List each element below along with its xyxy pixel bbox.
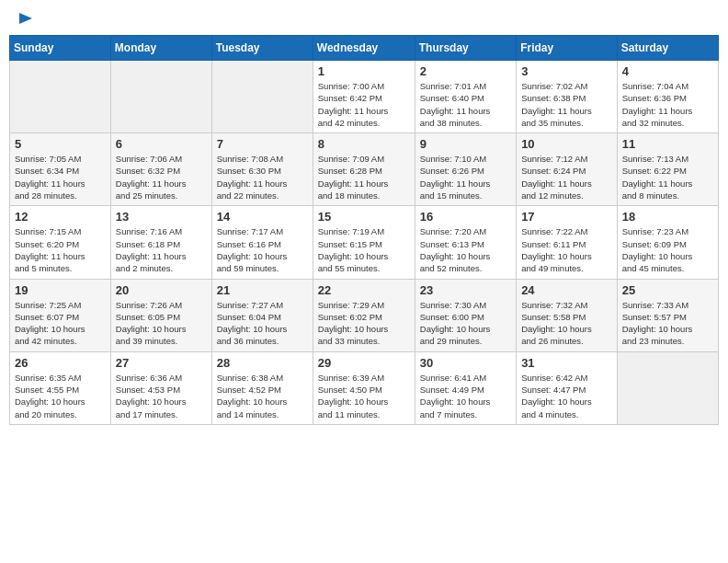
day-info: Sunrise: 6:41 AM Sunset: 4:49 PM Dayligh… <box>420 372 511 420</box>
day-number: 6 <box>116 137 207 151</box>
day-info: Sunrise: 7:26 AM Sunset: 6:05 PM Dayligh… <box>116 299 207 348</box>
calendar-week-row: 5Sunrise: 7:05 AM Sunset: 6:34 PM Daylig… <box>10 133 719 206</box>
day-info: Sunrise: 7:23 AM Sunset: 6:09 PM Dayligh… <box>622 225 713 274</box>
day-info: Sunrise: 7:02 AM Sunset: 6:38 PM Dayligh… <box>521 80 612 129</box>
calendar-week-row: 12Sunrise: 7:15 AM Sunset: 6:20 PM Dayli… <box>10 206 719 279</box>
day-number: 2 <box>420 64 511 78</box>
day-number: 26 <box>15 356 106 370</box>
day-info: Sunrise: 7:04 AM Sunset: 6:36 PM Dayligh… <box>622 80 713 129</box>
day-number: 17 <box>521 210 612 224</box>
day-number: 5 <box>15 137 106 151</box>
day-info: Sunrise: 7:05 AM Sunset: 6:34 PM Dayligh… <box>15 153 106 201</box>
calendar-cell: 22Sunrise: 7:29 AM Sunset: 6:02 PM Dayli… <box>313 279 415 351</box>
day-info: Sunrise: 7:15 AM Sunset: 6:20 PM Dayligh… <box>15 225 106 274</box>
day-number: 9 <box>420 137 511 151</box>
day-info: Sunrise: 7:06 AM Sunset: 6:32 PM Dayligh… <box>116 153 207 201</box>
day-number: 16 <box>420 210 511 224</box>
calendar-cell: 7Sunrise: 7:08 AM Sunset: 6:30 PM Daylig… <box>211 133 313 206</box>
weekday-header: Thursday <box>415 36 516 61</box>
day-info: Sunrise: 7:32 AM Sunset: 5:58 PM Dayligh… <box>521 299 612 348</box>
weekday-header: Sunday <box>10 36 111 61</box>
day-info: Sunrise: 7:27 AM Sunset: 6:04 PM Dayligh… <box>217 299 308 348</box>
day-info: Sunrise: 7:22 AM Sunset: 6:11 PM Dayligh… <box>521 225 612 274</box>
calendar-header-row: SundayMondayTuesdayWednesdayThursdayFrid… <box>10 36 719 61</box>
day-number: 25 <box>622 283 713 297</box>
calendar-cell: 9Sunrise: 7:10 AM Sunset: 6:26 PM Daylig… <box>415 133 516 206</box>
calendar-cell: 10Sunrise: 7:12 AM Sunset: 6:24 PM Dayli… <box>517 133 618 206</box>
day-number: 27 <box>116 356 207 370</box>
day-info: Sunrise: 7:17 AM Sunset: 6:16 PM Dayligh… <box>217 225 308 274</box>
logo-icon <box>16 9 34 28</box>
day-number: 23 <box>420 283 511 297</box>
day-info: Sunrise: 6:35 AM Sunset: 4:55 PM Dayligh… <box>15 372 106 420</box>
calendar-cell: 8Sunrise: 7:09 AM Sunset: 6:28 PM Daylig… <box>313 133 415 206</box>
day-number: 30 <box>420 356 511 370</box>
calendar-cell: 30Sunrise: 6:41 AM Sunset: 4:49 PM Dayli… <box>415 351 516 424</box>
calendar-cell: 11Sunrise: 7:13 AM Sunset: 6:22 PM Dayli… <box>617 133 718 206</box>
day-info: Sunrise: 6:39 AM Sunset: 4:50 PM Dayligh… <box>318 372 410 420</box>
day-info: Sunrise: 7:09 AM Sunset: 6:28 PM Dayligh… <box>318 153 410 201</box>
day-number: 15 <box>318 210 410 224</box>
day-number: 24 <box>521 283 612 297</box>
day-number: 29 <box>318 356 410 370</box>
logo <box>14 9 34 28</box>
calendar-cell: 15Sunrise: 7:19 AM Sunset: 6:15 PM Dayli… <box>313 206 415 279</box>
calendar-cell: 12Sunrise: 7:15 AM Sunset: 6:20 PM Dayli… <box>10 206 111 279</box>
day-info: Sunrise: 7:01 AM Sunset: 6:40 PM Dayligh… <box>420 80 511 129</box>
day-number: 19 <box>15 283 106 297</box>
day-info: Sunrise: 7:30 AM Sunset: 6:00 PM Dayligh… <box>420 299 511 348</box>
day-info: Sunrise: 7:00 AM Sunset: 6:42 PM Dayligh… <box>318 80 410 129</box>
weekday-header: Saturday <box>617 36 718 61</box>
day-info: Sunrise: 7:08 AM Sunset: 6:30 PM Dayligh… <box>217 153 308 201</box>
day-number: 18 <box>622 210 713 224</box>
day-info: Sunrise: 7:16 AM Sunset: 6:18 PM Dayligh… <box>116 225 207 274</box>
weekday-header: Monday <box>110 36 211 61</box>
day-info: Sunrise: 6:36 AM Sunset: 4:53 PM Dayligh… <box>116 372 207 420</box>
calendar-cell: 19Sunrise: 7:25 AM Sunset: 6:07 PM Dayli… <box>10 279 111 351</box>
day-number: 31 <box>521 356 612 370</box>
day-number: 7 <box>217 137 308 151</box>
calendar-cell: 6Sunrise: 7:06 AM Sunset: 6:32 PM Daylig… <box>110 133 211 206</box>
calendar-cell <box>10 61 111 133</box>
day-number: 3 <box>521 64 612 78</box>
day-info: Sunrise: 7:33 AM Sunset: 5:57 PM Dayligh… <box>622 299 713 348</box>
calendar-cell: 2Sunrise: 7:01 AM Sunset: 6:40 PM Daylig… <box>415 61 516 133</box>
calendar-cell: 21Sunrise: 7:27 AM Sunset: 6:04 PM Dayli… <box>211 279 313 351</box>
page-header <box>9 9 719 28</box>
day-info: Sunrise: 7:25 AM Sunset: 6:07 PM Dayligh… <box>15 299 106 348</box>
day-number: 21 <box>217 283 308 297</box>
calendar-cell: 17Sunrise: 7:22 AM Sunset: 6:11 PM Dayli… <box>517 206 618 279</box>
day-number: 20 <box>116 283 207 297</box>
day-number: 8 <box>318 137 410 151</box>
calendar-cell: 4Sunrise: 7:04 AM Sunset: 6:36 PM Daylig… <box>617 61 718 133</box>
calendar-cell: 24Sunrise: 7:32 AM Sunset: 5:58 PM Dayli… <box>517 279 618 351</box>
day-number: 11 <box>622 137 713 151</box>
day-number: 14 <box>217 210 308 224</box>
calendar-cell: 13Sunrise: 7:16 AM Sunset: 6:18 PM Dayli… <box>110 206 211 279</box>
calendar-cell: 14Sunrise: 7:17 AM Sunset: 6:16 PM Dayli… <box>211 206 313 279</box>
calendar-cell: 26Sunrise: 6:35 AM Sunset: 4:55 PM Dayli… <box>10 351 111 424</box>
calendar-cell: 31Sunrise: 6:42 AM Sunset: 4:47 PM Dayli… <box>517 351 618 424</box>
day-number: 1 <box>318 64 410 78</box>
day-info: Sunrise: 7:12 AM Sunset: 6:24 PM Dayligh… <box>521 153 612 201</box>
weekday-header: Friday <box>517 36 618 61</box>
calendar-cell: 3Sunrise: 7:02 AM Sunset: 6:38 PM Daylig… <box>517 61 618 133</box>
day-number: 13 <box>116 210 207 224</box>
day-info: Sunrise: 6:42 AM Sunset: 4:47 PM Dayligh… <box>521 372 612 420</box>
day-info: Sunrise: 7:29 AM Sunset: 6:02 PM Dayligh… <box>318 299 410 348</box>
calendar-week-row: 26Sunrise: 6:35 AM Sunset: 4:55 PM Dayli… <box>10 351 719 424</box>
day-info: Sunrise: 7:19 AM Sunset: 6:15 PM Dayligh… <box>318 225 410 274</box>
calendar-table: SundayMondayTuesdayWednesdayThursdayFrid… <box>9 35 719 425</box>
calendar-cell: 29Sunrise: 6:39 AM Sunset: 4:50 PM Dayli… <box>313 351 415 424</box>
day-info: Sunrise: 7:20 AM Sunset: 6:13 PM Dayligh… <box>420 225 511 274</box>
day-number: 10 <box>521 137 612 151</box>
svg-marker-0 <box>19 13 32 24</box>
calendar-cell <box>110 61 211 133</box>
calendar-cell: 23Sunrise: 7:30 AM Sunset: 6:00 PM Dayli… <box>415 279 516 351</box>
calendar-cell: 16Sunrise: 7:20 AM Sunset: 6:13 PM Dayli… <box>415 206 516 279</box>
calendar-cell: 27Sunrise: 6:36 AM Sunset: 4:53 PM Dayli… <box>110 351 211 424</box>
day-number: 4 <box>622 64 713 78</box>
calendar-week-row: 19Sunrise: 7:25 AM Sunset: 6:07 PM Dayli… <box>10 279 719 351</box>
day-number: 28 <box>217 356 308 370</box>
calendar-cell <box>211 61 313 133</box>
